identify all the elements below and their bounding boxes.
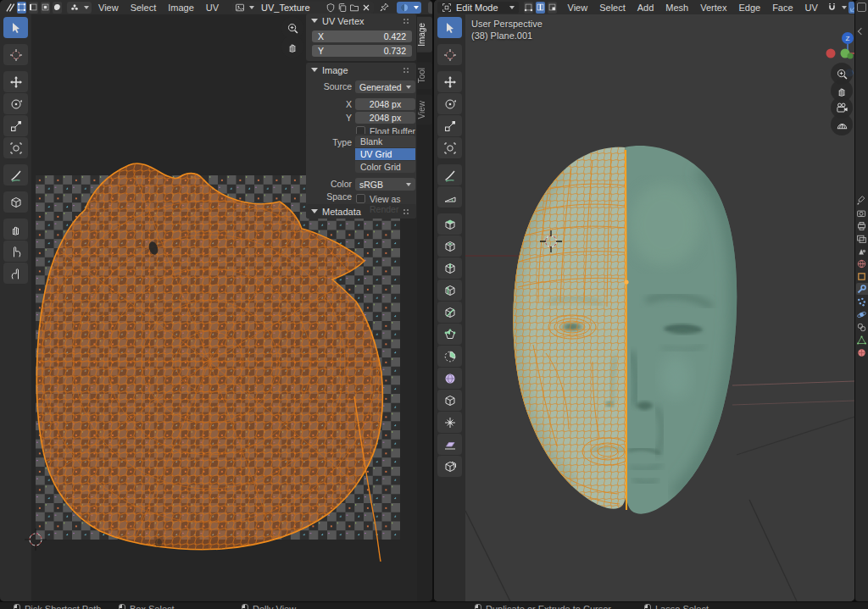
menu-select[interactable]: Select: [594, 2, 631, 14]
image-name[interactable]: UV_Texture: [256, 3, 323, 13]
menu-vertex[interactable]: Vertex: [695, 2, 732, 14]
snap-target-icon[interactable]: [849, 2, 854, 14]
tool-relax[interactable]: [3, 241, 28, 262]
properties-tab-object-data[interactable]: [856, 334, 868, 346]
image-browse-icon[interactable]: [235, 3, 245, 13]
tool-move[interactable]: [437, 71, 462, 92]
display-channels-dropdown[interactable]: [397, 2, 421, 14]
new-image-icon[interactable]: [337, 3, 348, 13]
mode-dropdown[interactable]: Edit Mode: [437, 2, 519, 14]
tool-transform[interactable]: [437, 137, 462, 158]
select-mode-vertex[interactable]: [524, 2, 533, 14]
uv-select-mode-edge[interactable]: [29, 2, 38, 14]
type-option-color-grid[interactable]: Color Grid: [355, 161, 415, 173]
uv-select-mode-vertex[interactable]: [17, 2, 26, 14]
tool-pinch[interactable]: [3, 263, 28, 284]
tool-grab[interactable]: [3, 219, 28, 240]
image-y-field[interactable]: 2048 px: [355, 112, 415, 124]
viewport-ortho-button[interactable]: [831, 113, 853, 136]
tool-rip-region[interactable]: [3, 191, 28, 213]
metadata-panel-header[interactable]: Metadata: [306, 204, 416, 219]
properties-tab-output[interactable]: [856, 219, 868, 231]
tool-rotate[interactable]: [437, 93, 462, 114]
color-space-dropdown[interactable]: sRGB: [355, 178, 415, 191]
properties-tab-physics[interactable]: [856, 308, 868, 320]
image-browse-caret[interactable]: [249, 6, 254, 9]
uv-vertex-panel-header[interactable]: UV Vertex: [306, 14, 416, 28]
tool-cursor[interactable]: [3, 44, 28, 65]
tool-bevel[interactable]: [437, 257, 462, 279]
image-x-field[interactable]: 2048 px: [355, 98, 415, 110]
properties-tab-modifiers[interactable]: [856, 283, 868, 295]
menu-face[interactable]: Face: [767, 2, 798, 14]
menu-image[interactable]: Image: [163, 2, 199, 14]
menu-view[interactable]: View: [93, 2, 124, 14]
properties-tab-particles[interactable]: [856, 296, 868, 307]
type-option-uv-grid[interactable]: UV Grid: [355, 148, 415, 160]
menu-edge[interactable]: Edge: [733, 2, 765, 14]
menu-mesh[interactable]: Mesh: [660, 2, 693, 14]
properties-tab-scene[interactable]: [856, 245, 868, 257]
tool-edge-slide[interactable]: [437, 390, 462, 411]
tool-extrude-region[interactable]: [437, 213, 462, 235]
tool-transform[interactable]: [3, 137, 28, 158]
uv-pan-button[interactable]: [281, 36, 303, 58]
tool-measure[interactable]: [437, 186, 462, 208]
tool-cursor[interactable]: [437, 44, 462, 65]
tool-shrink-fatten[interactable]: [437, 412, 462, 433]
tool-loop-cut[interactable]: [437, 280, 462, 301]
uv-select-mode-face[interactable]: [41, 2, 50, 14]
tool-rip-region[interactable]: [437, 456, 462, 477]
tool-smooth[interactable]: [437, 368, 462, 389]
tool-move[interactable]: [3, 71, 28, 92]
tool-shear[interactable]: [437, 434, 462, 455]
pin-icon[interactable]: [379, 2, 390, 13]
tool-poly-build[interactable]: [437, 324, 462, 345]
menu-select[interactable]: Select: [125, 2, 162, 14]
source-dropdown[interactable]: Generated: [355, 80, 415, 93]
collapse-chevron-icon[interactable]: [858, 28, 865, 35]
image-panel-header[interactable]: Image: [306, 63, 416, 77]
menu-view[interactable]: View: [563, 2, 593, 14]
uv-vertex-x-field[interactable]: X0.422: [312, 30, 412, 42]
snap-settings-caret[interactable]: [842, 6, 847, 9]
menu-uv[interactable]: UV: [201, 2, 224, 14]
properties-tab-render[interactable]: [856, 207, 868, 219]
tool-scale[interactable]: [437, 115, 462, 136]
select-mode-face[interactable]: [548, 2, 557, 14]
properties-tab-constraints[interactable]: [856, 321, 868, 333]
uv-vertex-y-field[interactable]: Y0.732: [312, 45, 412, 57]
uv-select-mode-island[interactable]: [53, 2, 62, 14]
open-image-folder-icon[interactable]: [349, 3, 359, 13]
properties-tab-object[interactable]: [856, 270, 868, 282]
properties-tab-view-layer[interactable]: [856, 232, 868, 244]
sidebar-tab-view[interactable]: View: [417, 95, 432, 125]
uv-map-field[interactable]: UVMap: [428, 2, 432, 14]
properties-tab-world[interactable]: [856, 257, 868, 269]
magnet-snap-icon[interactable]: [826, 2, 837, 13]
sidebar-tab-tool[interactable]: Tool: [417, 62, 432, 89]
fake-user-shield-icon[interactable]: [326, 3, 336, 13]
tool-annotate[interactable]: [3, 164, 28, 185]
properties-editor-type-icon[interactable]: [857, 3, 866, 12]
tool-select-box[interactable]: [3, 17, 28, 38]
tool-inset-faces[interactable]: [437, 235, 462, 257]
menu-add[interactable]: Add: [632, 2, 659, 14]
tool-annotate[interactable]: [437, 164, 462, 185]
sticky-selection-dropdown[interactable]: [67, 2, 92, 14]
tool-knife[interactable]: [437, 302, 462, 323]
view-as-render-checkbox[interactable]: [356, 194, 365, 203]
tool-scale[interactable]: [3, 115, 28, 136]
unlink-image-icon[interactable]: [361, 3, 371, 13]
properties-tab-tool[interactable]: [856, 194, 868, 206]
properties-tab-material[interactable]: [856, 346, 868, 358]
sidebar-tab-image[interactable]: Image: [417, 17, 432, 53]
tool-spin[interactable]: [437, 346, 462, 367]
menu-uv[interactable]: UV: [800, 2, 823, 14]
tool-rotate[interactable]: [3, 93, 28, 114]
select-mode-edge[interactable]: [536, 2, 545, 14]
editor-type-button[interactable]: [3, 2, 15, 14]
type-option-blank[interactable]: Blank: [355, 136, 415, 147]
viewport-canvas[interactable]: User Perspective (38) Plane.001: [465, 14, 854, 601]
tool-select-box[interactable]: [437, 17, 462, 38]
